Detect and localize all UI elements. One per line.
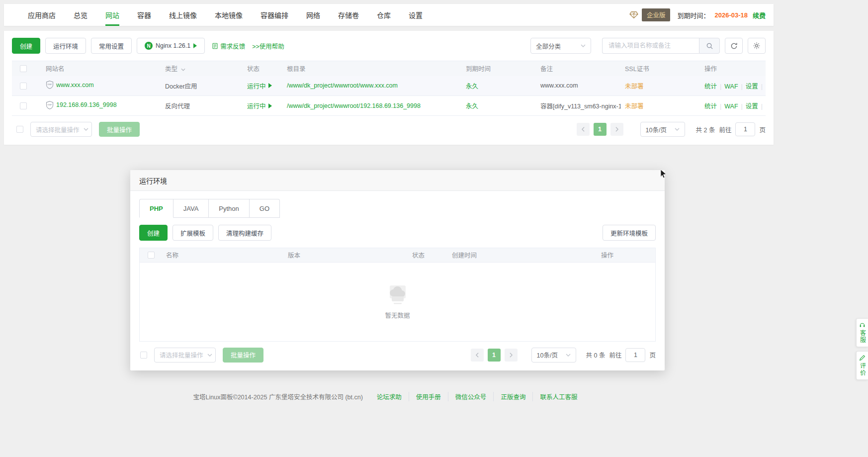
col-env-version: 版本 <box>284 248 408 262</box>
search-input[interactable] <box>602 38 699 54</box>
prev-page-button[interactable] <box>577 123 590 136</box>
customer-service-button[interactable]: 客服 <box>856 318 868 347</box>
site-status[interactable]: 运行中 <box>247 101 272 110</box>
col-ssl: SSL证书 <box>621 61 700 76</box>
nav-item-volumes[interactable]: 存储卷 <box>329 4 368 26</box>
footer-link-genuine-check[interactable]: 正版查询 <box>493 392 532 401</box>
renew-link[interactable]: 续费 <box>753 10 766 20</box>
modal-per-page-select[interactable]: 10条/页 <box>531 348 576 363</box>
col-env-name: 名称 <box>162 248 284 262</box>
total-count: 共 2 条 <box>696 125 715 134</box>
row-actions: 统计|WAF|设置|删除 <box>700 96 766 116</box>
common-settings-button[interactable]: 常用设置 <box>91 38 132 54</box>
help-link[interactable]: >>使用帮助 <box>252 41 284 51</box>
modal-batch-checkbox[interactable] <box>140 352 147 359</box>
tab-python[interactable]: Python <box>209 199 249 218</box>
per-page-select[interactable]: 10条/页 <box>640 122 685 137</box>
col-actions: 操作 <box>700 61 766 76</box>
runtime-env-button[interactable]: 运行环境 <box>45 38 86 54</box>
nav-item-network[interactable]: 网络 <box>297 4 329 26</box>
site-name-link[interactable]: WAF www.xxx.com <box>46 81 94 89</box>
nav-item-compose[interactable]: 容器编排 <box>252 4 297 26</box>
table-settings-button[interactable] <box>748 38 766 54</box>
modal-total-count: 共 0 条 <box>586 350 606 360</box>
update-env-template-button[interactable]: 更新环境模板 <box>603 225 656 241</box>
modal-goto-page-input[interactable] <box>625 348 645 362</box>
footer-link-forum[interactable]: 论坛求助 <box>370 392 409 401</box>
stats-action[interactable]: 统计 <box>704 103 717 110</box>
nav-menu: 应用商店 总览 网站 容器 线上镜像 本地镜像 容器编排 网络 存储卷 仓库 设… <box>4 4 432 26</box>
next-page-button[interactable] <box>610 123 623 136</box>
goto-page-input[interactable] <box>735 122 755 136</box>
modal-toolbar: 创建 扩展模板 清理构建缓存 更新环境模板 <box>139 225 656 241</box>
modal-batch-select[interactable]: 请选择批量操作 <box>154 348 216 363</box>
remark-value: www.xxx.com <box>536 76 621 96</box>
nav-item-overview[interactable]: 总览 <box>65 4 96 26</box>
extend-template-button[interactable]: 扩展模板 <box>173 225 213 241</box>
batch-select-all-checkbox[interactable] <box>16 126 23 133</box>
tab-java[interactable]: JAVA <box>174 199 209 218</box>
review-button[interactable]: 评价 <box>856 351 868 380</box>
ssl-status[interactable]: 未部署 <box>625 103 644 110</box>
nav-item-settings[interactable]: 设置 <box>400 4 432 26</box>
clean-build-cache-button[interactable]: 清理构建缓存 <box>218 225 271 241</box>
footer-link-support[interactable]: 联系人工客服 <box>532 392 584 401</box>
feedback-link[interactable]: 需求反馈 <box>212 41 245 51</box>
root-dir-link[interactable]: /www/dk_project/wwwroot/192.168.69.136_9… <box>287 102 421 109</box>
nav-item-container[interactable]: 容器 <box>128 4 160 26</box>
search-button[interactable] <box>699 38 720 54</box>
modal-batch-apply-button[interactable]: 批量操作 <box>223 348 263 363</box>
nav-item-local-images[interactable]: 本地镜像 <box>206 4 252 26</box>
env-create-button[interactable]: 创建 <box>139 225 168 241</box>
footer-link-wechat[interactable]: 微信公众号 <box>448 392 494 401</box>
category-select[interactable]: 全部分类 <box>530 38 591 54</box>
site-name-link[interactable]: WAF 192.168.69.136_9998 <box>46 101 117 109</box>
nginx-version-button[interactable]: N Nginx 1.26.1 <box>137 38 205 54</box>
refresh-button[interactable] <box>725 38 743 54</box>
prev-page-button[interactable] <box>471 349 484 362</box>
nav-item-online-images[interactable]: 线上镜像 <box>160 4 206 26</box>
env-select-all-checkbox[interactable] <box>148 252 155 259</box>
page-number-button[interactable]: 1 <box>488 349 501 362</box>
batch-action-select[interactable]: 请选择批量操作 <box>30 122 92 137</box>
waf-action[interactable]: WAF <box>724 103 738 110</box>
cloud-empty-icon <box>385 283 411 305</box>
site-status[interactable]: 运行中 <box>247 81 272 91</box>
nav-item-repository[interactable]: 仓库 <box>368 4 400 26</box>
create-site-button[interactable]: 创建 <box>12 38 40 54</box>
footer-link-manual[interactable]: 使用手册 <box>409 392 448 401</box>
page-number-button[interactable]: 1 <box>594 123 607 136</box>
tab-go[interactable]: GO <box>250 199 280 218</box>
ssl-status[interactable]: 未部署 <box>625 83 644 90</box>
col-status: 状态 <box>243 61 283 76</box>
row-checkbox[interactable] <box>20 102 27 109</box>
expire-value: 永久 <box>466 83 478 90</box>
settings-action[interactable]: 设置 <box>746 83 758 90</box>
settings-action[interactable]: 设置 <box>746 103 758 110</box>
next-icon <box>509 353 513 358</box>
waf-shield-icon[interactable]: WAF <box>46 81 54 89</box>
nav-item-website[interactable]: 网站 <box>96 4 128 26</box>
waf-shield-icon[interactable]: WAF <box>46 101 54 109</box>
tab-php[interactable]: PHP <box>139 199 174 218</box>
select-all-checkbox[interactable] <box>20 65 27 72</box>
table-row: WAF 192.168.69.136_9998 反向代理 运行中 /www/dk… <box>12 96 766 116</box>
nginx-version-label: Nginx 1.26.1 <box>156 42 190 49</box>
waf-action[interactable]: WAF <box>724 83 738 90</box>
website-list-panel: 创建 运行环境 常用设置 N Nginx 1.26.1 需求反馈 >>使用帮助 … <box>4 31 774 145</box>
expire-value: 永久 <box>466 103 478 110</box>
col-type[interactable]: 类型 <box>161 61 243 76</box>
root-dir-link[interactable]: /www/dk_project/wwwroot/www.xxx.com <box>287 82 398 89</box>
next-page-button[interactable] <box>505 349 518 362</box>
nginx-play-icon <box>193 43 197 48</box>
nginx-logo-icon: N <box>145 42 153 50</box>
nav-item-app-store[interactable]: 应用商店 <box>19 4 65 26</box>
col-root-dir: 根目录 <box>283 61 462 76</box>
chevron-down-icon <box>675 128 680 131</box>
batch-apply-button[interactable]: 批量操作 <box>99 122 140 137</box>
running-play-icon <box>268 103 272 108</box>
row-checkbox[interactable] <box>20 83 27 90</box>
page-unit: 页 <box>759 125 766 134</box>
stats-action[interactable]: 统计 <box>704 83 717 90</box>
headset-icon <box>859 322 866 328</box>
